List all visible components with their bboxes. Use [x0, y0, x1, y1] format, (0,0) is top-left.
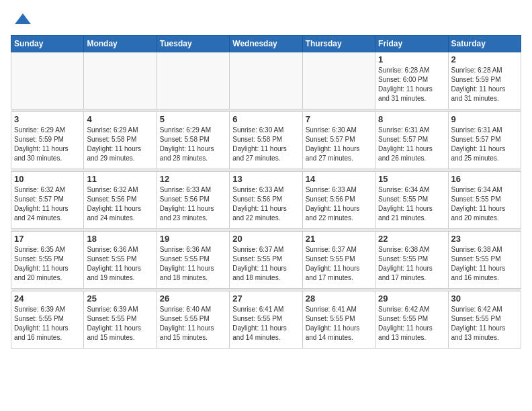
day-number: 4 [87, 114, 153, 124]
calendar-header-row: SundayMondayTuesdayWednesdayThursdayFrid… [11, 36, 521, 52]
calendar-day-cell: 1Sunrise: 6:28 AMSunset: 6:00 PMDaylight… [375, 52, 448, 109]
calendar-day-cell: 12Sunrise: 6:33 AMSunset: 5:56 PMDayligh… [157, 172, 229, 229]
calendar-day-cell: 14Sunrise: 6:33 AMSunset: 5:56 PMDayligh… [302, 172, 375, 229]
calendar-day-cell: 25Sunrise: 6:39 AMSunset: 5:55 PMDayligh… [84, 291, 157, 349]
day-number: 3 [14, 114, 81, 124]
day-number: 14 [306, 174, 372, 184]
calendar-day-cell: 4Sunrise: 6:29 AMSunset: 5:58 PMDaylight… [84, 112, 157, 169]
day-number: 25 [87, 293, 153, 304]
calendar-header-cell: Saturday [448, 36, 521, 52]
day-number: 18 [87, 234, 153, 244]
calendar-week-row: 10Sunrise: 6:32 AMSunset: 5:57 PMDayligh… [11, 172, 521, 229]
calendar-week-row: 3Sunrise: 6:29 AMSunset: 5:59 PMDaylight… [11, 112, 521, 169]
day-number: 9 [451, 114, 518, 124]
calendar-header-cell: Thursday [302, 36, 375, 52]
calendar-day-cell: 6Sunrise: 6:30 AMSunset: 5:58 PMDaylight… [230, 112, 302, 169]
day-info: Sunrise: 6:29 AMSunset: 5:58 PMDaylight:… [87, 126, 153, 163]
day-number: 27 [232, 293, 299, 304]
day-number: 23 [451, 234, 518, 244]
calendar-day-cell [302, 52, 375, 109]
day-number: 6 [232, 114, 299, 124]
day-info: Sunrise: 6:39 AMSunset: 5:55 PMDaylight:… [87, 305, 153, 342]
calendar-day-cell: 8Sunrise: 6:31 AMSunset: 5:57 PMDaylight… [375, 112, 448, 169]
day-number: 5 [160, 114, 226, 124]
calendar-header-cell: Tuesday [157, 36, 229, 52]
day-info: Sunrise: 6:38 AMSunset: 5:55 PMDaylight:… [451, 245, 518, 283]
day-info: Sunrise: 6:29 AMSunset: 5:58 PMDaylight:… [160, 126, 226, 163]
day-info: Sunrise: 6:37 AMSunset: 5:55 PMDaylight:… [306, 245, 372, 283]
day-number: 29 [378, 293, 445, 304]
day-info: Sunrise: 6:30 AMSunset: 5:57 PMDaylight:… [306, 126, 372, 163]
calendar-day-cell [230, 52, 302, 109]
calendar-header-cell: Wednesday [230, 36, 302, 52]
calendar-day-cell: 13Sunrise: 6:33 AMSunset: 5:56 PMDayligh… [230, 172, 302, 229]
calendar-day-cell: 23Sunrise: 6:38 AMSunset: 5:55 PMDayligh… [448, 232, 521, 289]
day-info: Sunrise: 6:39 AMSunset: 5:55 PMDaylight:… [14, 305, 81, 342]
day-info: Sunrise: 6:28 AMSunset: 6:00 PMDaylight:… [378, 66, 445, 103]
calendar-table: SundayMondayTuesdayWednesdayThursdayFrid… [11, 35, 521, 349]
day-number: 30 [451, 293, 518, 304]
day-info: Sunrise: 6:40 AMSunset: 5:55 PMDaylight:… [160, 305, 226, 342]
day-info: Sunrise: 6:36 AMSunset: 5:55 PMDaylight:… [160, 245, 226, 283]
day-number: 13 [232, 174, 299, 184]
calendar-day-cell: 17Sunrise: 6:35 AMSunset: 5:55 PMDayligh… [11, 232, 84, 289]
calendar-week-row: 1Sunrise: 6:28 AMSunset: 6:00 PMDaylight… [11, 52, 521, 109]
day-info: Sunrise: 6:41 AMSunset: 5:55 PMDaylight:… [232, 305, 299, 342]
calendar-day-cell: 19Sunrise: 6:36 AMSunset: 5:55 PMDayligh… [157, 232, 229, 289]
calendar-day-cell: 21Sunrise: 6:37 AMSunset: 5:55 PMDayligh… [302, 232, 375, 289]
day-info: Sunrise: 6:33 AMSunset: 5:56 PMDaylight:… [306, 185, 372, 223]
calendar-day-cell: 7Sunrise: 6:30 AMSunset: 5:57 PMDaylight… [302, 112, 375, 169]
day-number: 8 [378, 114, 445, 124]
calendar-day-cell: 11Sunrise: 6:32 AMSunset: 5:56 PMDayligh… [84, 172, 157, 229]
day-number: 16 [451, 174, 518, 184]
logo-icon [13, 11, 32, 30]
day-number: 28 [306, 293, 372, 304]
day-info: Sunrise: 6:42 AMSunset: 5:55 PMDaylight:… [451, 305, 518, 342]
calendar-day-cell [11, 52, 84, 109]
calendar-day-cell: 18Sunrise: 6:36 AMSunset: 5:55 PMDayligh… [84, 232, 157, 289]
calendar-week-row: 24Sunrise: 6:39 AMSunset: 5:55 PMDayligh… [11, 291, 521, 349]
day-number: 12 [160, 174, 226, 184]
day-number: 17 [14, 234, 81, 244]
day-info: Sunrise: 6:32 AMSunset: 5:56 PMDaylight:… [87, 185, 153, 223]
day-info: Sunrise: 6:37 AMSunset: 5:55 PMDaylight:… [232, 245, 299, 283]
day-number: 2 [451, 54, 518, 64]
page-header [11, 11, 521, 30]
day-info: Sunrise: 6:36 AMSunset: 5:55 PMDaylight:… [87, 245, 153, 283]
calendar-day-cell: 3Sunrise: 6:29 AMSunset: 5:59 PMDaylight… [11, 112, 84, 169]
day-number: 10 [14, 174, 81, 184]
day-info: Sunrise: 6:29 AMSunset: 5:59 PMDaylight:… [14, 126, 81, 163]
day-number: 21 [306, 234, 372, 244]
calendar-day-cell: 9Sunrise: 6:31 AMSunset: 5:57 PMDaylight… [448, 112, 521, 169]
calendar-day-cell: 15Sunrise: 6:34 AMSunset: 5:55 PMDayligh… [375, 172, 448, 229]
day-info: Sunrise: 6:32 AMSunset: 5:57 PMDaylight:… [14, 185, 81, 223]
calendar-day-cell: 5Sunrise: 6:29 AMSunset: 5:58 PMDaylight… [157, 112, 229, 169]
calendar-day-cell: 20Sunrise: 6:37 AMSunset: 5:55 PMDayligh… [230, 232, 302, 289]
day-info: Sunrise: 6:33 AMSunset: 5:56 PMDaylight:… [160, 185, 226, 223]
day-info: Sunrise: 6:28 AMSunset: 5:59 PMDaylight:… [451, 66, 518, 103]
calendar-day-cell: 24Sunrise: 6:39 AMSunset: 5:55 PMDayligh… [11, 291, 84, 349]
day-info: Sunrise: 6:31 AMSunset: 5:57 PMDaylight:… [451, 126, 518, 163]
calendar-header-cell: Sunday [11, 36, 84, 52]
calendar-header-cell: Friday [375, 36, 448, 52]
calendar-day-cell: 2Sunrise: 6:28 AMSunset: 5:59 PMDaylight… [448, 52, 521, 109]
day-info: Sunrise: 6:30 AMSunset: 5:58 PMDaylight:… [232, 126, 299, 163]
day-info: Sunrise: 6:42 AMSunset: 5:55 PMDaylight:… [378, 305, 445, 342]
day-info: Sunrise: 6:41 AMSunset: 5:55 PMDaylight:… [306, 305, 372, 342]
calendar-day-cell: 28Sunrise: 6:41 AMSunset: 5:55 PMDayligh… [302, 291, 375, 349]
day-number: 11 [87, 174, 153, 184]
day-number: 15 [378, 174, 445, 184]
day-info: Sunrise: 6:35 AMSunset: 5:55 PMDaylight:… [14, 245, 81, 283]
day-info: Sunrise: 6:34 AMSunset: 5:55 PMDaylight:… [378, 185, 445, 223]
day-info: Sunrise: 6:38 AMSunset: 5:55 PMDaylight:… [378, 245, 445, 283]
day-number: 24 [14, 293, 81, 304]
calendar-day-cell: 29Sunrise: 6:42 AMSunset: 5:55 PMDayligh… [375, 291, 448, 349]
day-info: Sunrise: 6:33 AMSunset: 5:56 PMDaylight:… [232, 185, 299, 223]
day-number: 26 [160, 293, 226, 304]
calendar-body: 1Sunrise: 6:28 AMSunset: 6:00 PMDaylight… [11, 52, 521, 349]
svg-marker-0 [15, 13, 31, 24]
calendar-day-cell [84, 52, 157, 109]
day-number: 19 [160, 234, 226, 244]
calendar-day-cell: 27Sunrise: 6:41 AMSunset: 5:55 PMDayligh… [230, 291, 302, 349]
day-number: 7 [306, 114, 372, 124]
